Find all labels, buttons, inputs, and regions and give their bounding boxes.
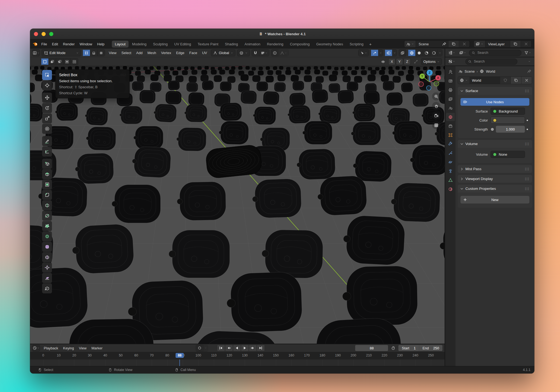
tool-annotate[interactable] [42,136,52,146]
tool-shear[interactable] [42,273,52,283]
use-nodes-button[interactable]: Use Nodes [460,98,529,106]
viewport-display-header[interactable]: Viewport Display⣿⣿ [458,175,532,183]
surface-value-field[interactable]: Background [491,108,525,115]
shading-dropdown[interactable] [438,49,442,56]
new-custom-property-button[interactable]: New [460,196,529,204]
panel-drag-handle[interactable]: ⣿⣿ [525,142,529,145]
select-intersect-button[interactable] [71,58,78,65]
properties-tab-collection[interactable] [446,122,455,130]
viewport-canvas[interactable]: Select Box Select items using box select… [30,66,445,344]
copy-world-button[interactable] [511,77,521,84]
add-workspace-button[interactable]: + [367,41,374,47]
world-browse-button[interactable] [458,77,469,84]
menu-window[interactable]: Window [77,41,95,47]
viewport-menu-mesh[interactable]: Mesh [145,50,158,56]
unlink-world-button[interactable] [521,77,532,84]
panel-drag-handle[interactable]: ⣿⣿ [525,167,529,170]
navigation-gizmo[interactable]: ZYX [415,66,445,96]
timeline-editor-type-button[interactable] [32,345,40,352]
zoom-button[interactable] [432,92,440,101]
overlays-toggle[interactable] [385,49,397,56]
properties-tab-particles[interactable] [446,149,455,157]
properties-tab-render[interactable] [446,77,455,85]
workspace-tab-sculpting[interactable]: Sculpting [150,41,171,48]
tool-scale[interactable] [42,113,52,123]
blender-logo-icon[interactable] [33,41,38,47]
viewport-menu-view[interactable]: View [107,50,119,56]
tool-inset-faces[interactable] [42,179,52,190]
tool-smooth[interactable] [42,242,52,252]
solid-shading-button[interactable] [415,49,423,56]
viewlayer-browse-button[interactable] [474,41,485,47]
viewport-menu-vertex[interactable]: Vertex [159,50,173,56]
mode-dropdown[interactable]: Edit Mode [42,49,81,56]
properties-tab-modifiers[interactable] [446,140,455,148]
outliner-display-mode-dropdown[interactable] [447,50,456,56]
tool-extrude-region[interactable] [42,169,52,179]
xray-toggle[interactable] [399,49,406,56]
strength-slider[interactable]: 1.000 [496,126,525,133]
falloff-dropdown[interactable] [278,49,289,56]
jump-to-start-button[interactable] [217,345,225,351]
use-preview-range-button[interactable] [390,345,397,351]
play-button[interactable] [241,345,249,351]
workspace-tab-scripting[interactable]: Scripting [347,41,367,48]
workspace-tab-rendering[interactable]: Rendering [264,41,286,48]
tool-bevel[interactable] [42,190,52,200]
animate-color-decorator[interactable] [525,120,529,121]
mirror-axis-x-button[interactable]: X [388,58,395,65]
editor-type-button[interactable] [32,49,40,56]
select-invert-button[interactable] [63,58,71,65]
viewlayer-name[interactable]: ViewLayer [485,42,510,46]
properties-search[interactable] [465,58,517,65]
properties-tab-material[interactable] [446,185,455,193]
workspace-tab-modeling[interactable]: Modeling [129,41,150,48]
visibility-dropdown[interactable] [358,49,369,56]
tool-cursor[interactable] [42,80,52,90]
play-reverse-button[interactable] [233,345,241,351]
animate-strength-decorator[interactable] [525,129,529,130]
outliner-scope-dropdown[interactable] [458,50,467,56]
tool-shrink-fatten[interactable] [42,263,52,273]
mirror-axis-z-button[interactable]: Z [404,58,411,65]
close-window-button[interactable] [34,32,38,36]
outliner-search[interactable] [469,50,521,56]
minimize-window-button[interactable] [42,32,46,36]
properties-tab-scene[interactable] [446,104,455,112]
panel-drag-handle[interactable]: ⣿⣿ [525,177,529,180]
panel-drag-handle[interactable]: ⣿⣿ [525,89,529,92]
mirror-button[interactable] [380,58,387,65]
workspace-tab-shading[interactable]: Shading [222,41,241,48]
volume-value-field[interactable]: None [491,151,525,158]
breadcrumb-world[interactable]: World [486,69,495,73]
playhead[interactable]: 88 [176,353,184,358]
properties-tab-constraints[interactable] [446,167,455,175]
tool-poly-build[interactable] [42,221,52,231]
viewport-menu-edge[interactable]: Edge [174,50,186,56]
workspace-tab-layout[interactable]: Layout [112,41,129,48]
copy-scene-button[interactable] [448,41,459,47]
tool-rip-region[interactable] [42,283,52,293]
zoom-window-button[interactable] [49,32,53,36]
tool-select-box[interactable] [42,70,52,80]
scene-name[interactable]: Scene [416,42,441,46]
custom-properties-header[interactable]: Custom Properties⣿⣿ [458,185,532,193]
gizmos-toggle[interactable] [371,49,383,56]
properties-tab-tool[interactable] [446,68,455,76]
timeline-menu-playback[interactable]: Playback [42,345,60,351]
panel-drag-handle[interactable]: ⣿⣿ [525,187,529,190]
snap-toggle-button[interactable] [252,49,259,56]
prev-keyframe-button[interactable] [225,345,233,351]
tool-loop-cut[interactable] [42,200,52,210]
timeline-menu-marker[interactable]: Marker [89,345,104,351]
menu-render[interactable]: Render [60,41,77,47]
tool-rotate[interactable] [42,103,52,113]
color-swatch-field[interactable] [491,117,525,124]
properties-display-dropdown[interactable] [447,58,456,65]
pan-button[interactable] [432,102,440,110]
properties-tab-output[interactable] [446,86,455,94]
end-frame-field[interactable]: End250 [419,345,442,351]
proportional-edit-button[interactable] [271,49,278,56]
pin-scene-button[interactable] [441,41,448,47]
workspace-tab-animation[interactable]: Animation [241,41,263,48]
